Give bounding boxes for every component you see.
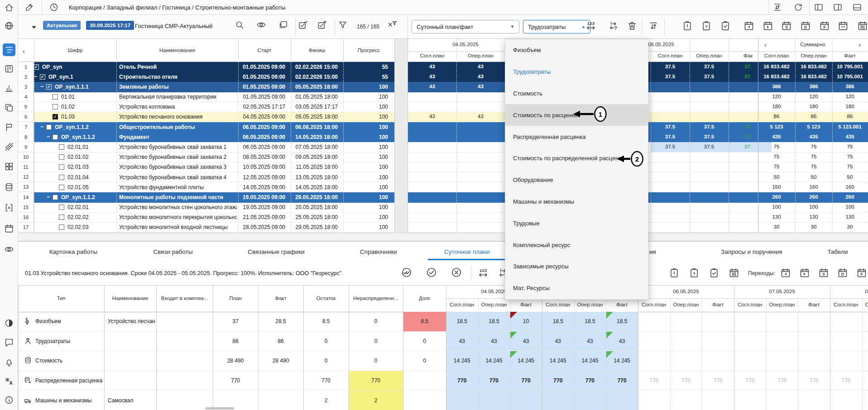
sync-rows-icon[interactable] bbox=[648, 20, 659, 31]
info-icon[interactable] bbox=[4, 395, 14, 405]
tab-5[interactable]: ия bbox=[649, 242, 656, 262]
layout-bottom-icon[interactable] bbox=[852, 2, 862, 12]
table-row[interactable]: 7−OP_syn.1.1.2Общестроительные работы06.… bbox=[18, 122, 868, 132]
row-checkbox[interactable] bbox=[59, 164, 64, 170]
collapse-panel-icon[interactable]: ‹ bbox=[23, 47, 25, 55]
resource-row[interactable]: Машины и механизмыСамосвал22 bbox=[18, 391, 868, 410]
comment-icon[interactable] bbox=[4, 338, 14, 348]
column-header[interactable]: Старт bbox=[257, 48, 271, 53]
row-checkbox[interactable]: ✓ bbox=[40, 74, 45, 80]
column-header[interactable]: Долг bbox=[419, 296, 430, 301]
table-row[interactable]: 1102.01.03Устройство буронабивных свай з… bbox=[18, 162, 868, 172]
menu-item-9[interactable]: Комплексный ресурс bbox=[505, 234, 648, 256]
row-checkbox[interactable] bbox=[59, 205, 64, 210]
resource-row[interactable]: Стоимость28 49028 49000014 24514 24514 2… bbox=[18, 351, 868, 371]
table-row[interactable]: 1−✓OP_synОтель Речной01.05.2025 09:0002.… bbox=[18, 62, 868, 72]
sync-icon[interactable] bbox=[772, 2, 782, 12]
menu-item-10[interactable]: Зависимые ресурсы bbox=[505, 256, 648, 277]
panels-icon[interactable] bbox=[278, 20, 288, 30]
resource-select[interactable]: Трудозатраты ▲ bbox=[523, 20, 590, 33]
blocks-icon[interactable] bbox=[4, 162, 14, 172]
home-icon[interactable] bbox=[4, 3, 14, 13]
tab-0[interactable]: Карточка работы bbox=[49, 242, 97, 262]
tab-1[interactable]: Связи работы bbox=[153, 242, 192, 262]
circ-x-icon[interactable] bbox=[451, 267, 462, 278]
menu-item-11[interactable]: Мат. Ресурсы bbox=[505, 277, 648, 299]
row-checkbox[interactable] bbox=[59, 144, 64, 150]
row-checkbox[interactable] bbox=[59, 154, 64, 160]
cal-grid-icon[interactable] bbox=[857, 20, 868, 31]
column-header[interactable]: План bbox=[229, 296, 242, 301]
database-icon[interactable] bbox=[4, 182, 14, 192]
clock-icon[interactable] bbox=[49, 2, 59, 12]
copies-icon[interactable] bbox=[4, 103, 14, 113]
cal-next-icon[interactable] bbox=[762, 20, 773, 31]
table-row[interactable]: 902.01.01Устройство буронабивных свай за… bbox=[18, 142, 868, 152]
menu-item-2[interactable]: Стоимость bbox=[505, 83, 648, 105]
edit-icon[interactable] bbox=[24, 2, 34, 12]
visibility-icon[interactable] bbox=[256, 20, 266, 30]
table-row[interactable]: 8−OP_syn.1.1.2Фундамент06.05.2025 09:001… bbox=[18, 132, 868, 142]
column-header[interactable]: Прогресс bbox=[358, 48, 380, 53]
table-row[interactable]: 401.01Вертикальная планировка территории… bbox=[18, 92, 868, 102]
clip-excl-icon[interactable] bbox=[669, 267, 680, 278]
flag-icon[interactable] bbox=[4, 122, 14, 132]
collapse-node-icon[interactable]: − bbox=[40, 83, 43, 90]
table-row[interactable]: 2−✓OP_syn.1Строительство отеля01.05.2025… bbox=[18, 72, 868, 82]
table-row[interactable]: 1302.01.05Устройство фундаментной плиты1… bbox=[18, 182, 868, 192]
resource-row[interactable]: Трудозатраты8686000434343434343 bbox=[18, 332, 868, 352]
menu-item-1[interactable]: Трудозатраты bbox=[505, 61, 648, 83]
table-splitter[interactable] bbox=[394, 39, 408, 233]
hatch-icon[interactable] bbox=[4, 142, 14, 152]
hscroll-thumb[interactable] bbox=[205, 407, 234, 410]
column-header[interactable]: Входит в комплек... bbox=[161, 296, 208, 301]
row-checkbox[interactable] bbox=[53, 104, 58, 110]
wbs-icon[interactable] bbox=[4, 45, 14, 55]
column-header[interactable]: Остаток bbox=[317, 296, 336, 301]
column-header[interactable]: Факт bbox=[275, 296, 287, 301]
table-row[interactable]: 1502.02.01Устройство монолитных стен цок… bbox=[18, 203, 868, 213]
filter-clear-icon[interactable] bbox=[387, 20, 397, 30]
cal-d-icon[interactable]: D bbox=[800, 20, 811, 31]
abloc-icon[interactable]: A bbox=[4, 203, 14, 213]
row-checkbox[interactable] bbox=[59, 185, 64, 190]
row-checkbox[interactable] bbox=[53, 134, 58, 140]
board-icon[interactable] bbox=[4, 64, 14, 74]
menu-item-4[interactable]: Распределенная расценка bbox=[505, 126, 648, 148]
menu-item-7[interactable]: Машины и механизмы bbox=[505, 191, 648, 213]
globe-icon[interactable] bbox=[4, 21, 14, 31]
search-icon[interactable] bbox=[235, 20, 245, 30]
cal-s-icon[interactable]: S bbox=[781, 20, 792, 31]
column-header[interactable]: Наименование bbox=[112, 296, 149, 301]
column-header[interactable]: Наименование bbox=[159, 48, 196, 53]
check-all-icon[interactable] bbox=[298, 20, 308, 30]
layout-left-icon[interactable] bbox=[814, 2, 824, 12]
column-header[interactable]: Финиш bbox=[308, 48, 325, 53]
table-row[interactable]: 1002.01.02Устройство буронабивных свай з… bbox=[18, 153, 868, 162]
tab-2[interactable]: Связанные графики bbox=[248, 242, 305, 262]
cal-f-icon[interactable]: F bbox=[856, 267, 867, 278]
uncheck-all-icon[interactable] bbox=[317, 20, 327, 30]
num-width-icon[interactable]: 123 bbox=[585, 20, 596, 31]
resource-row[interactable]: ФизобъемУстройство песчано3728.58.508.51… bbox=[18, 312, 868, 332]
column-header[interactable]: Нераспределенн... bbox=[353, 296, 398, 301]
row-checkbox[interactable] bbox=[59, 215, 64, 220]
circ-check-icon[interactable] bbox=[426, 267, 437, 278]
row-checkbox[interactable]: ✓ bbox=[46, 84, 52, 90]
clip-check-icon[interactable] bbox=[720, 20, 731, 31]
row-checkbox[interactable] bbox=[46, 124, 52, 130]
cal-f-icon[interactable]: F bbox=[819, 20, 830, 31]
chevron-down-icon[interactable] bbox=[29, 22, 39, 32]
bell-icon[interactable] bbox=[4, 357, 14, 367]
row-checkbox[interactable] bbox=[53, 94, 58, 100]
summary-prev-icon[interactable]: ‹ bbox=[764, 41, 767, 48]
calendar-icon[interactable] bbox=[4, 224, 14, 234]
eye-icon[interactable] bbox=[4, 244, 14, 254]
cal-grid-icon[interactable] bbox=[729, 267, 739, 278]
table-row[interactable]: 1202.01.04Устройство буронабивных свай з… bbox=[18, 172, 868, 182]
table-row[interactable]: 6✓01.03Устройство песчаного основания04.… bbox=[18, 112, 868, 122]
summary-next-icon[interactable]: › bbox=[858, 41, 861, 48]
layout-right-icon[interactable] bbox=[833, 2, 843, 12]
chart-icon[interactable] bbox=[4, 83, 14, 93]
translate-icon[interactable]: A bbox=[4, 377, 14, 386]
